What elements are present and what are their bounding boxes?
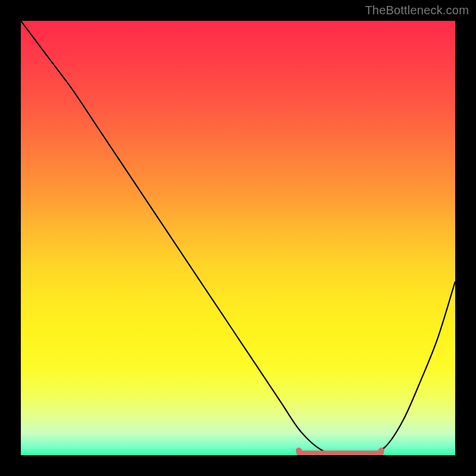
curve-path	[21, 21, 455, 455]
plot-area	[21, 21, 455, 455]
bottleneck-curve	[21, 21, 455, 455]
watermark-text: TheBottleneck.com	[365, 4, 469, 17]
chart-frame: TheBottleneck.com	[0, 0, 476, 476]
